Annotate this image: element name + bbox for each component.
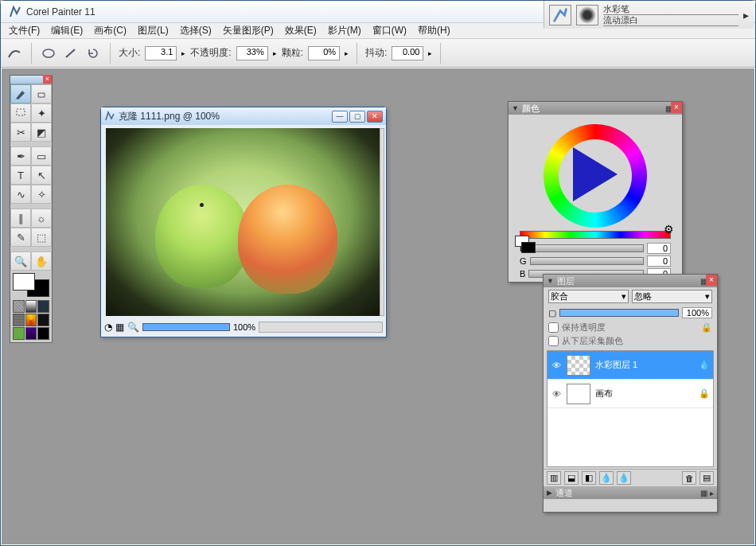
menu-file[interactable]: 文件(F): [4, 22, 45, 39]
visibility-icon[interactable]: 👁: [551, 389, 562, 399]
pick-underlying-checkbox[interactable]: [548, 336, 559, 346]
jitter-spinner-icon[interactable]: ▸: [428, 49, 432, 57]
blend-mode-select[interactable]: 胶合▾: [548, 290, 629, 303]
collapse-icon[interactable]: ▼: [512, 104, 519, 112]
selection-adjust-tool[interactable]: ◩: [31, 123, 52, 142]
document-window[interactable]: 克隆 1111.png @ 100% ― ▢ ✕ ◔ ▦ 🔍: [100, 107, 387, 337]
new-layer-button[interactable]: ▥: [547, 471, 561, 485]
r-slider[interactable]: [529, 244, 644, 252]
jitter-input[interactable]: 0.00: [392, 46, 423, 60]
layer-opacity-value[interactable]: 100%: [682, 307, 712, 318]
visibility-icon[interactable]: 👁: [551, 361, 562, 370]
menu-movie[interactable]: 影片(M): [323, 22, 366, 39]
delete-layer-button[interactable]: 🗑: [682, 471, 696, 485]
layer-item-canvas[interactable]: 👁 画布 🔒: [548, 380, 713, 408]
zoom-out-icon[interactable]: 🔍: [127, 322, 139, 333]
doc-close-button[interactable]: ✕: [367, 111, 383, 123]
vertical-scrollbar[interactable]: [380, 128, 384, 316]
brush-category-icon[interactable]: [549, 5, 571, 25]
scissors-tool[interactable]: ✧: [31, 185, 52, 204]
new-liquid-button[interactable]: 💧: [617, 471, 631, 485]
canvas[interactable]: [106, 128, 381, 316]
colors-panel-title[interactable]: ▼ 颜色 ▦ ▸: [509, 102, 682, 115]
layer-name[interactable]: 水彩图层 1: [595, 359, 637, 371]
layers-collapse-icon[interactable]: ▼: [547, 277, 554, 285]
brush-flyout-icon[interactable]: ▸: [743, 9, 749, 21]
menu-window[interactable]: 窗口(W): [368, 22, 411, 39]
menu-layers[interactable]: 图层(L): [133, 22, 173, 39]
channels-menu-icon[interactable]: ▦ ▸: [700, 489, 714, 497]
freehand-stroke-icon[interactable]: [40, 45, 57, 62]
new-watercolor-button[interactable]: 💧: [599, 471, 614, 485]
paper-selector-3[interactable]: [37, 300, 49, 313]
size-input[interactable]: 3.1: [145, 46, 177, 60]
horizontal-scrollbar[interactable]: [259, 322, 383, 333]
magic-wand-tool[interactable]: ✦: [31, 103, 52, 123]
resat-icon[interactable]: [84, 45, 102, 62]
brush-variant-label[interactable]: 流动漂白: [603, 15, 738, 26]
g-value[interactable]: 0: [647, 255, 671, 267]
bucket-tool[interactable]: ⬚: [31, 228, 52, 247]
crop-tool[interactable]: ✂: [10, 123, 31, 142]
paper-selector-2[interactable]: [25, 300, 37, 313]
rect-shape-tool[interactable]: ▭: [31, 146, 52, 166]
sv-triangle[interactable]: [573, 147, 618, 201]
paper-selector-6[interactable]: [37, 314, 49, 326]
size-spinner-icon[interactable]: ▸: [181, 49, 185, 57]
new-dynamic-button[interactable]: ⬓: [564, 471, 579, 485]
lock-icon[interactable]: 🔒: [701, 322, 712, 333]
grain-spinner-icon[interactable]: ▸: [345, 49, 349, 57]
lasso-tool[interactable]: ∿: [10, 185, 31, 204]
zoom-slider[interactable]: [142, 323, 230, 331]
menu-canvas[interactable]: 画布(C): [89, 22, 131, 39]
layer-mask-button[interactable]: ◧: [582, 471, 596, 485]
menu-edit[interactable]: 编辑(E): [46, 22, 88, 39]
rect-select-tool[interactable]: [10, 103, 31, 123]
layers-close-icon[interactable]: ×: [706, 275, 717, 286]
hue-slider[interactable]: [520, 231, 671, 239]
pen-tool[interactable]: ✒: [10, 146, 31, 166]
colors-close-icon[interactable]: ×: [671, 102, 682, 113]
doc-minimize-button[interactable]: ―: [332, 111, 348, 123]
hsv-toggle-icon[interactable]: ⚙: [664, 223, 674, 236]
layer-item-watercolor[interactable]: 👁 水彩图层 1 💧: [548, 351, 713, 380]
paper-selector-9[interactable]: [37, 327, 49, 340]
doc-maximize-button[interactable]: ▢: [349, 111, 365, 123]
paper-selector-4[interactable]: [13, 314, 25, 326]
colors-panel[interactable]: × ▼ 颜色 ▦ ▸ ⚙ R0 G0 B0: [508, 101, 683, 283]
layer-name[interactable]: 画布: [595, 388, 613, 400]
straight-stroke-icon[interactable]: [62, 45, 80, 62]
toolbox-close-icon[interactable]: ×: [43, 75, 52, 84]
paper-selector-5[interactable]: [25, 314, 37, 326]
paper-selector-1[interactable]: [13, 300, 25, 313]
dodge-tool[interactable]: ☼: [31, 209, 52, 228]
zoom-value[interactable]: 100%: [233, 322, 255, 332]
opacity-input[interactable]: 33%: [236, 46, 268, 60]
toolbox-titlebar[interactable]: ×: [10, 76, 52, 84]
grabber-tool[interactable]: ✋: [31, 252, 52, 271]
grid-icon[interactable]: ▦: [115, 322, 124, 333]
brush-category-label[interactable]: 水彩笔: [603, 4, 738, 15]
text-tool[interactable]: T: [10, 166, 31, 185]
layer-options-button[interactable]: ▤: [699, 471, 714, 485]
depth-mode-select[interactable]: 忽略▾: [632, 290, 712, 303]
paper-selector-8[interactable]: [25, 327, 37, 340]
eyedropper-tool[interactable]: ✎: [10, 228, 31, 247]
menu-effects[interactable]: 效果(E): [280, 22, 321, 39]
grain-input[interactable]: 0%: [308, 46, 340, 60]
document-titlebar[interactable]: 克隆 1111.png @ 100% ― ▢ ✕: [101, 107, 386, 125]
cloner-tool[interactable]: ∥: [10, 209, 31, 228]
hue-ring[interactable]: [544, 124, 647, 228]
brush-tool[interactable]: [10, 84, 31, 103]
brush-dab-preview[interactable]: [576, 5, 598, 25]
shape-select-tool[interactable]: ↖: [31, 166, 52, 185]
opacity-spinner-icon[interactable]: ▸: [273, 49, 277, 57]
brush-ghost-icon[interactable]: [6, 45, 23, 62]
menu-help[interactable]: 帮助(H): [413, 22, 455, 39]
g-slider[interactable]: [530, 257, 644, 265]
toolbox[interactable]: × ✦ ✂ ◩ ✒ ▭ T ↖ ∿: [10, 75, 53, 343]
dropper-tool[interactable]: [31, 84, 52, 103]
menu-select[interactable]: 选择(S): [175, 22, 216, 39]
main-color-swatch[interactable]: [13, 273, 35, 291]
paper-selector-7[interactable]: [13, 327, 25, 340]
